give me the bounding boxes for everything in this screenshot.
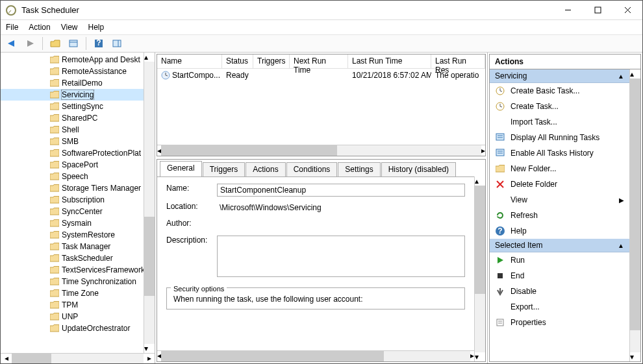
action-run[interactable]: Run xyxy=(490,252,629,268)
actions-section-header[interactable]: Servicing▲ xyxy=(490,69,629,83)
menu-view[interactable]: View xyxy=(61,23,78,32)
tree-item[interactable]: SettingSync xyxy=(1,101,144,112)
action-new_folder[interactable]: New Folder... xyxy=(490,161,629,176)
scroll-up-icon[interactable]: ▴ xyxy=(475,176,485,186)
action-display_running[interactable]: Display All Running Tasks xyxy=(490,130,629,145)
scroll-down-icon[interactable]: ▾ xyxy=(475,352,485,361)
scroll-up-icon[interactable]: ▴ xyxy=(144,53,155,62)
tree-item[interactable]: UpdateOrchestrator xyxy=(1,322,144,334)
tree-item[interactable]: Time Zone xyxy=(1,287,144,299)
action-label: New Folder... xyxy=(511,164,557,173)
help-button[interactable]: ? xyxy=(92,36,106,51)
col-name[interactable]: Name xyxy=(157,55,222,68)
action-delete_folder[interactable]: Delete Folder xyxy=(490,176,629,192)
action-refresh[interactable]: Refresh xyxy=(490,208,629,223)
export-icon xyxy=(495,302,505,312)
col-last[interactable]: Last Run Time xyxy=(348,55,431,68)
scroll-right-icon[interactable]: ▸ xyxy=(481,146,485,155)
actions-vertical-scrollbar[interactable]: ▴ ▾ xyxy=(629,69,640,361)
folder-icon xyxy=(50,208,62,215)
action-create_basic[interactable]: Create Basic Task... xyxy=(490,83,629,99)
tab-general[interactable]: General xyxy=(160,161,202,176)
panel-button[interactable] xyxy=(110,36,124,51)
scroll-down-icon[interactable]: ▾ xyxy=(144,344,155,353)
maximize-button[interactable] xyxy=(583,1,612,20)
grid-row[interactable]: StartCompo... Ready 10/21/2018 6:57:02 A… xyxy=(157,69,485,82)
action-view[interactable]: View▶ xyxy=(490,192,629,208)
tree-item[interactable]: RemoteApp and Deskt xyxy=(1,54,144,66)
tab-conditions[interactable]: Conditions xyxy=(286,162,338,176)
action-create_task[interactable]: Create Task... xyxy=(490,99,629,114)
tree-item[interactable]: SpacePort xyxy=(1,159,144,171)
menu-help[interactable]: Help xyxy=(88,23,105,32)
tree-label: TextServicesFramework xyxy=(62,265,144,274)
properties-button[interactable] xyxy=(66,36,81,51)
tab-settings[interactable]: Settings xyxy=(338,162,380,176)
svg-rect-22 xyxy=(496,149,504,156)
folder-icon xyxy=(50,138,62,145)
action-properties[interactable]: Properties xyxy=(490,315,629,330)
menu-file[interactable]: File xyxy=(6,23,18,32)
general-tab-content: Name: StartComponentCleanup Location: \M… xyxy=(157,176,474,350)
detail-vertical-scrollbar[interactable]: ▴ ▾ xyxy=(474,176,485,361)
tree-item[interactable]: Speech xyxy=(1,171,144,182)
tree-item[interactable]: UNP xyxy=(1,311,144,322)
col-next[interactable]: Next Run Time xyxy=(290,55,348,68)
tree-item[interactable]: RemoteAssistance xyxy=(1,66,144,77)
tree-horizontal-scrollbar[interactable]: ◂ ▸ xyxy=(1,353,155,363)
tab-triggers[interactable]: Triggers xyxy=(203,162,246,176)
action-export[interactable]: Export... xyxy=(490,299,629,315)
action-import[interactable]: Import Task... xyxy=(490,114,629,130)
tab-actions[interactable]: Actions xyxy=(246,162,285,176)
tree-item[interactable]: Shell xyxy=(1,124,144,136)
action-help[interactable]: ?Help xyxy=(490,223,629,239)
scroll-up-icon[interactable]: ▴ xyxy=(630,69,640,79)
col-result[interactable]: Last Run Res xyxy=(431,55,485,68)
tree-item[interactable]: SoftwareProtectionPlat xyxy=(1,147,144,159)
tree-item[interactable]: Time Synchronization xyxy=(1,276,144,287)
tree-item[interactable]: SharedPC xyxy=(1,112,144,124)
tree-item[interactable]: Task Manager xyxy=(1,241,144,252)
tree-item[interactable]: Servicing xyxy=(1,89,144,101)
tree-item[interactable]: Sysmain xyxy=(1,217,144,229)
tree-item[interactable]: SystemRestore xyxy=(1,229,144,241)
detail-horizontal-scrollbar[interactable]: ◂ ▸ xyxy=(157,350,474,361)
tree-item[interactable]: TaskScheduler xyxy=(1,252,144,264)
scroll-right-icon[interactable]: ▸ xyxy=(144,354,155,363)
tree-label: Storage Tiers Manager xyxy=(62,184,141,193)
tree-item[interactable]: SMB xyxy=(1,136,144,147)
action-enable_history[interactable]: Enable All Tasks History xyxy=(490,145,629,161)
tree-vertical-scrollbar[interactable]: ▴ ▾ xyxy=(144,53,155,353)
tree-item[interactable]: RetailDemo xyxy=(1,77,144,89)
scroll-down-icon[interactable]: ▾ xyxy=(630,352,640,361)
tree-label: SpacePort xyxy=(62,160,98,169)
action-label: Create Task... xyxy=(511,102,559,111)
tree-item[interactable]: TextServicesFramework xyxy=(1,264,144,276)
back-button[interactable] xyxy=(5,36,19,51)
security-line: When running the task, use the following… xyxy=(173,295,458,304)
tree-item[interactable]: SyncCenter xyxy=(1,206,144,217)
scroll-left-icon[interactable]: ◂ xyxy=(1,354,12,363)
actions-section-header[interactable]: Selected Item▲ xyxy=(490,239,629,252)
action-end[interactable]: End xyxy=(490,268,629,284)
value-name[interactable]: StartComponentCleanup xyxy=(217,184,465,197)
value-description[interactable] xyxy=(217,236,465,277)
grid-horizontal-scrollbar[interactable]: ◂ ▸ xyxy=(157,145,485,156)
grid-body[interactable]: StartCompo... Ready 10/21/2018 6:57:02 A… xyxy=(157,69,485,145)
tree-list[interactable]: RemoteApp and DesktRemoteAssistanceRetai… xyxy=(1,53,144,353)
menu-action[interactable]: Action xyxy=(29,23,50,32)
folder-up-button[interactable] xyxy=(48,36,62,51)
minimize-button[interactable] xyxy=(553,1,583,20)
tree-item[interactable]: Storage Tiers Manager xyxy=(1,182,144,194)
tree-item[interactable]: TPM xyxy=(1,299,144,311)
col-status[interactable]: Status xyxy=(222,55,253,68)
tasks-grid: Name Status Triggers Next Run Time Last … xyxy=(157,54,486,156)
close-button[interactable] xyxy=(612,1,642,20)
tree-label: UpdateOrchestrator xyxy=(62,324,130,333)
tree-item[interactable]: Subscription xyxy=(1,194,144,206)
action-disable[interactable]: Disable xyxy=(490,284,629,299)
col-triggers[interactable]: Triggers xyxy=(253,55,290,68)
tree-label: Time Zone xyxy=(62,289,99,298)
forward-button[interactable] xyxy=(23,36,37,51)
tab-history[interactable]: History (disabled) xyxy=(381,162,456,176)
